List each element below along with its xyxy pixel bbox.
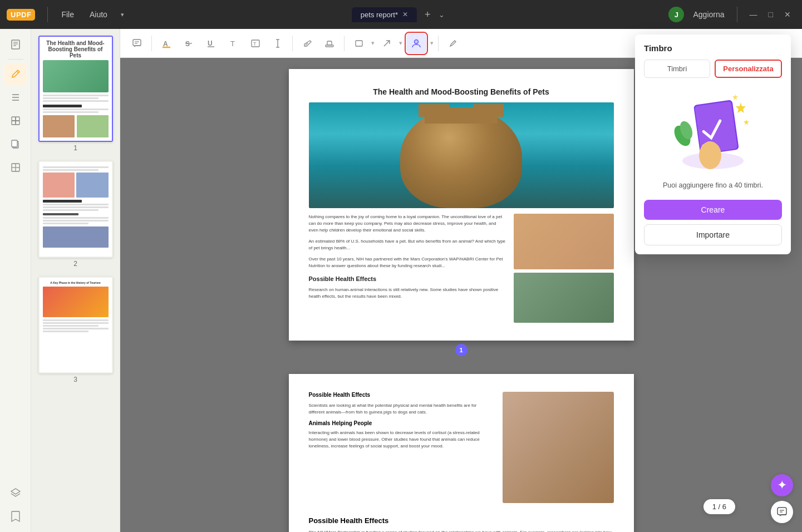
sidebar-item-annotate[interactable]	[4, 63, 27, 85]
tab-add-btn[interactable]: +	[421, 9, 434, 21]
thumbnail-page-3[interactable]: A Key Phase in the History of Tourism 3	[36, 277, 115, 383]
svg-rect-11	[16, 121, 19, 125]
page1-two-col: Nothing compares to the joy of coming ho…	[309, 214, 614, 323]
chat-btn[interactable]	[771, 501, 793, 523]
stamp-tool-btn2[interactable]	[319, 33, 340, 53]
stamp-importare-btn[interactable]: Importare	[644, 224, 782, 245]
aggiorna-btn[interactable]: Aggiorna	[688, 8, 729, 21]
sidebar-item-copy[interactable]	[4, 133, 27, 155]
eraser-tool-btn[interactable]	[297, 33, 317, 53]
pdf-page-1: The Health and Mood-Boosting Benefits of…	[289, 69, 634, 341]
page1-health-text: Research on human-animal interactions is…	[309, 287, 507, 300]
arrow-tool-btn[interactable]	[377, 33, 397, 53]
page-total: 6	[722, 503, 726, 511]
file-tab-name: pets report*	[361, 11, 398, 19]
comment-tool-btn[interactable]	[127, 33, 147, 53]
highlight-tool-btn[interactable]: A	[156, 33, 176, 53]
textcursor-tool-btn[interactable]	[268, 33, 288, 53]
minimize-btn[interactable]: —	[745, 8, 762, 21]
sidebar-item-bookmark[interactable]	[4, 505, 27, 528]
pencil-tool-btn[interactable]	[443, 33, 463, 53]
ai-assistant-btn[interactable]: ✦	[771, 474, 793, 496]
textbox-tool-btn[interactable]: T	[245, 33, 265, 53]
svg-text:S: S	[185, 40, 190, 48]
svg-rect-54	[778, 508, 786, 515]
bottom-icons: ✦	[771, 474, 793, 523]
page1-content: The Health and Mood-Boosting Benefits of…	[289, 69, 634, 341]
thumbnail-page-1[interactable]: The Health and Mood-Boosting Benefits of…	[36, 36, 115, 152]
thumb-title-1: The Health and Mood-Boosting Benefits of…	[43, 40, 109, 58]
strikethrough-tool-btn[interactable]: S	[179, 33, 199, 53]
file-tab-close[interactable]: ✕	[402, 11, 408, 18]
toolbar-divider2	[292, 36, 293, 51]
thumbnail-panel[interactable]: The Health and Mood-Boosting Benefits of…	[31, 29, 120, 532]
menu-dropdown-arrow[interactable]: ▾	[117, 9, 127, 21]
svg-rect-18	[133, 40, 141, 46]
titlebar-right: J Aggiorna — □ ✕	[668, 7, 795, 22]
page2-section2: Animals Helping People	[309, 420, 491, 426]
page2-content: Possible Health Effects Scientists are l…	[289, 374, 634, 532]
page1-title: The Health and Mood-Boosting Benefits of…	[309, 87, 614, 98]
sidebar-item-organize[interactable]	[4, 86, 27, 109]
page1-img-cat2	[514, 273, 614, 323]
svg-marker-45	[744, 119, 749, 125]
toolbar-divider3	[344, 36, 345, 51]
stamp-creare-btn[interactable]: Creare	[644, 200, 782, 220]
stamp-tab-personalizzata[interactable]: Personalizzata	[715, 60, 782, 78]
thumb-frame-2[interactable]	[38, 161, 113, 258]
svg-marker-46	[732, 94, 738, 100]
thumb-frame-3[interactable]: A Key Phase in the History of Tourism	[38, 277, 113, 373]
stamp-illustration	[644, 87, 782, 176]
svg-rect-51	[715, 147, 720, 156]
file-menu-btn[interactable]: File	[56, 8, 80, 21]
sidebar-item-compress[interactable]	[4, 156, 27, 179]
thumb-number-1: 1	[73, 144, 77, 152]
sidebar-item-read[interactable]	[4, 33, 27, 56]
svg-rect-9	[16, 117, 19, 121]
svg-text:U: U	[208, 40, 213, 47]
underline-tool-btn[interactable]: U	[201, 33, 221, 53]
arrow-dropdown[interactable]: ▾	[399, 40, 402, 47]
stamp-tab-timbri[interactable]: Timbri	[644, 60, 710, 78]
page2-body1: Interacting with animals has been shown …	[309, 430, 491, 450]
page2-main-title: Possible Health Effects	[309, 516, 614, 525]
text-tool-btn[interactable]: T	[223, 33, 243, 53]
page2-body2: The NIH/Mars Partnership is funding a ra…	[309, 529, 614, 532]
rectangle-tool-btn[interactable]	[349, 33, 369, 53]
sidebar-divider1	[8, 59, 23, 60]
thumb-frame-1[interactable]: The Health and Mood-Boosting Benefits of…	[38, 36, 113, 142]
sidebar-item-pages[interactable]	[4, 110, 27, 132]
shape-dropdown[interactable]: ▾	[371, 40, 375, 47]
page1-intro: Nothing compares to the joy of coming ho…	[309, 214, 507, 234]
thumb-number-2: 2	[73, 260, 77, 268]
thumbnail-page-2[interactable]: 2	[36, 161, 115, 268]
page1-body2: Over the past 10 years, NIH has partnere…	[309, 256, 507, 269]
titlebar-center: pets report* ✕ + ⌄	[132, 7, 665, 22]
page2-dog-img	[503, 392, 614, 503]
svg-rect-10	[12, 121, 16, 125]
page2-left: Possible Health Effects Scientists are l…	[309, 392, 491, 508]
page2-health-text: Scientists are looking at what the poten…	[309, 402, 491, 416]
close-btn[interactable]: ✕	[780, 8, 795, 21]
thumb-content-2	[40, 162, 112, 257]
file-tab[interactable]: pets report* ✕	[352, 7, 417, 22]
sidebar-item-layers[interactable]	[4, 482, 27, 504]
help-menu-btn[interactable]: Aiuto	[84, 8, 113, 21]
stamp-person-btn[interactable]	[406, 33, 426, 53]
svg-rect-50	[711, 145, 716, 155]
stamp-dropdown[interactable]: ▾	[430, 40, 434, 47]
page1-cat-image	[309, 102, 614, 208]
svg-rect-8	[12, 117, 16, 121]
page2-section1: Possible Health Effects	[309, 392, 491, 398]
page-separator: /	[719, 503, 721, 511]
svg-rect-0	[12, 40, 19, 49]
page1-badge: 1	[455, 344, 468, 356]
svg-point-38	[415, 40, 419, 43]
svg-text:T: T	[230, 40, 235, 48]
maximize-btn[interactable]: □	[764, 8, 778, 21]
svg-line-37	[384, 41, 390, 46]
svg-marker-17	[11, 489, 20, 494]
user-avatar[interactable]: J	[668, 7, 684, 22]
tabs-dropdown-btn[interactable]: ⌄	[439, 11, 445, 19]
toolbar-divider1	[151, 36, 152, 51]
